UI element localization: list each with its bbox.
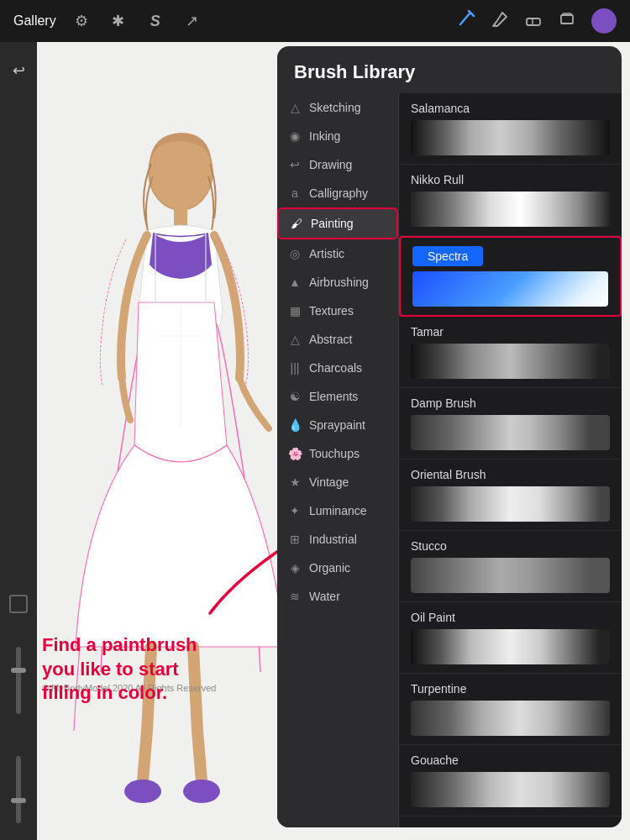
brush-stroke-nikko_rull: [411, 192, 610, 227]
category-item-water[interactable]: ≋ Water: [277, 582, 398, 611]
category-label-sketching: Sketching: [309, 101, 360, 114]
undo-button[interactable]: ↩: [7, 59, 30, 82]
category-item-artistic[interactable]: ◎ Artistic: [277, 239, 398, 268]
stylus-s-icon[interactable]: S: [144, 9, 167, 33]
category-list: △ Sketching ◉ Inking ↩ Drawing a Calligr…: [277, 93, 399, 827]
brush-item-fresco[interactable]: Fresco: [399, 816, 622, 827]
adjust-icon[interactable]: ✱: [107, 9, 130, 33]
category-icon-industrial: ⊞: [287, 533, 302, 546]
category-item-luminance[interactable]: ✦ Luminance: [277, 496, 398, 525]
category-item-painting[interactable]: 🖌 Painting: [277, 207, 398, 239]
brush-item-oil_paint[interactable]: Oil Paint: [399, 602, 622, 674]
layers-icon[interactable]: [558, 10, 576, 33]
svg-rect-5: [561, 15, 573, 24]
category-item-calligraphy[interactable]: a Calligraphy: [277, 179, 398, 207]
category-label-charcoals: Charcoals: [309, 361, 362, 375]
arrow-icon[interactable]: ↗: [181, 9, 204, 33]
eyedropper-icon[interactable]: [491, 10, 509, 33]
brush-name-fresco: Fresco: [411, 825, 610, 827]
brush-stroke-tamar: [411, 344, 610, 379]
brush-name-gouache: Gouache: [411, 753, 610, 767]
category-icon-charcoals: |||: [287, 361, 302, 375]
category-icon-organic: ◈: [287, 561, 302, 575]
brush-panel-body: △ Sketching ◉ Inking ↩ Drawing a Calligr…: [277, 93, 622, 827]
category-label-touchups: Touchups: [309, 447, 360, 460]
brush-stroke-spectra: [412, 271, 608, 307]
category-item-sketching[interactable]: △ Sketching: [277, 93, 398, 122]
category-icon-artistic: ◎: [287, 247, 302, 260]
svg-rect-6: [563, 13, 571, 15]
category-icon-spraypaint: 💧: [287, 418, 302, 432]
svg-point-11: [124, 780, 161, 803]
category-icon-inking: ◉: [287, 129, 302, 143]
category-icon-abstract: △: [287, 333, 302, 346]
brush-name-stucco: Stucco: [411, 539, 610, 553]
eraser-icon[interactable]: [524, 10, 543, 33]
wrench-icon[interactable]: ⚙: [70, 9, 93, 33]
category-label-industrial: Industrial: [309, 533, 357, 546]
category-icon-drawing: ↩: [287, 158, 302, 171]
top-toolbar: Gallery ⚙ ✱ S ↗: [0, 0, 630, 42]
category-item-industrial[interactable]: ⊞ Industrial: [277, 525, 398, 554]
brush-stroke-oriental_brush: [411, 486, 610, 522]
brush-item-spectra[interactable]: Spectra: [399, 236, 622, 317]
brush-name-salamanca: Salamanca: [411, 102, 610, 115]
category-item-drawing[interactable]: ↩ Drawing: [277, 150, 398, 179]
category-icon-touchups: 🌸: [287, 447, 302, 460]
category-label-textures: Textures: [309, 304, 354, 318]
category-item-airbrushing[interactable]: ▲ Airbrushing: [277, 268, 398, 297]
toolbar-right: [457, 8, 617, 34]
brush-stroke-damp_brush: [411, 415, 610, 450]
toolbar-left: Gallery ⚙ ✱ S ↗: [13, 9, 204, 33]
brush-item-tamar[interactable]: Tamar: [399, 317, 622, 388]
category-label-drawing: Drawing: [309, 158, 352, 171]
brush-item-stucco[interactable]: Stucco: [399, 531, 622, 602]
brush-item-salamanca[interactable]: Salamanca: [399, 93, 622, 165]
brush-item-damp_brush[interactable]: Damp Brush: [399, 388, 622, 459]
brush-item-turpentine[interactable]: Turpentine: [399, 674, 622, 745]
category-icon-textures: ▦: [287, 304, 302, 318]
brush-panel-title: Brush Library: [294, 61, 415, 83]
category-label-luminance: Luminance: [309, 504, 367, 517]
brush-name-tamar: Tamar: [411, 325, 610, 339]
category-item-spraypaint[interactable]: 💧 Spraypaint: [277, 411, 398, 439]
category-item-inking[interactable]: ◉ Inking: [277, 122, 398, 150]
pencil-active-icon[interactable]: [457, 9, 475, 33]
category-item-abstract[interactable]: △ Abstract: [277, 325, 398, 354]
category-label-airbrushing: Airbrushing: [309, 276, 369, 289]
category-icon-sketching: △: [287, 101, 302, 114]
user-avatar[interactable]: [591, 8, 617, 34]
category-icon-painting: 🖌: [289, 217, 304, 230]
gallery-button[interactable]: Gallery: [13, 13, 56, 29]
brush-item-nikko_rull[interactable]: Nikko Rull: [399, 165, 622, 236]
category-label-water: Water: [309, 590, 340, 603]
category-icon-vintage: ★: [287, 475, 302, 489]
category-item-vintage[interactable]: ★ Vintage: [277, 468, 398, 496]
brush-name-oriental_brush: Oriental Brush: [411, 468, 610, 481]
category-item-elements[interactable]: ☯ Elements: [277, 382, 398, 411]
category-item-organic[interactable]: ◈ Organic: [277, 554, 398, 582]
category-item-touchups[interactable]: 🌸 Touchups: [277, 439, 398, 468]
category-item-textures[interactable]: ▦ Textures: [277, 297, 398, 325]
svg-point-12: [183, 780, 220, 803]
category-label-elements: Elements: [309, 390, 358, 403]
category-item-charcoals[interactable]: ||| Charcoals: [277, 354, 398, 382]
category-icon-luminance: ✦: [287, 504, 302, 517]
square-tool[interactable]: [9, 595, 28, 613]
size-slider[interactable]: [16, 756, 21, 823]
brush-name-nikko_rull: Nikko Rull: [411, 173, 610, 186]
opacity-slider[interactable]: [16, 647, 21, 714]
brush-item-oriental_brush[interactable]: Oriental Brush: [399, 459, 622, 531]
brush-stroke-gouache: [411, 772, 610, 807]
brush-stroke-salamanca: [411, 120, 610, 155]
category-icon-calligraphy: a: [287, 186, 302, 200]
svg-rect-3: [527, 18, 540, 25]
left-sidebar-toolbar: ↩: [0, 42, 37, 840]
category-label-calligraphy: Calligraphy: [309, 186, 368, 200]
category-icon-airbrushing: ▲: [287, 276, 302, 289]
category-label-artistic: Artistic: [309, 247, 344, 260]
brush-name-spectra: Spectra: [412, 246, 483, 266]
brush-stroke-turpentine: [411, 701, 610, 736]
brush-list: Salamanca Nikko Rull Spectra Tamar Damp …: [399, 93, 622, 827]
brush-item-gouache[interactable]: Gouache: [399, 745, 622, 816]
